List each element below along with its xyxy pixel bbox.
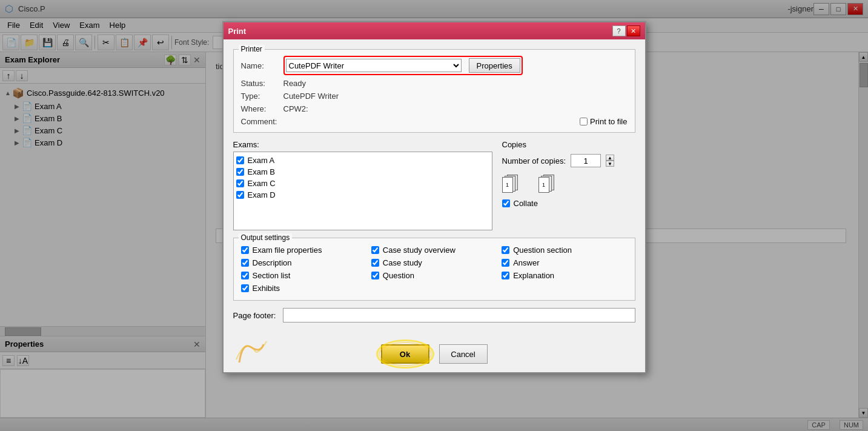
- collate-label[interactable]: Collate: [502, 199, 635, 208]
- print-dialog: Print ? ✕ Printer Name: CutePDF: [222, 21, 646, 373]
- case-study-overview-text: Case study overview: [383, 246, 456, 255]
- output-settings-label: Output settings: [239, 233, 293, 242]
- dialog-help-button[interactable]: ?: [612, 25, 626, 36]
- exam-d-text: Exam D: [248, 190, 276, 199]
- dialog-titlebar: Print ? ✕: [224, 22, 645, 39]
- exams-copies-row: Exams: Exam A Exam B: [233, 140, 635, 230]
- copies-count-row: Number of copies: ▲ ▼: [502, 154, 635, 167]
- case-study-checkbox[interactable]: [371, 259, 379, 267]
- dialog-close-button[interactable]: ✕: [627, 25, 640, 36]
- answer-checkbox[interactable]: [502, 259, 509, 267]
- print-to-file-text: Print to file: [590, 117, 627, 126]
- description-checkbox[interactable]: [241, 259, 249, 267]
- page-footer-label: Page footer:: [233, 311, 276, 320]
- description-text: Description: [253, 258, 292, 267]
- exam-c-text: Exam C: [248, 179, 276, 188]
- type-value: CutePDF Writer: [283, 92, 339, 101]
- dialog-title: Print: [228, 27, 247, 36]
- output-question-section[interactable]: Question section: [502, 246, 627, 255]
- output-exhibits[interactable]: Exhibits: [241, 284, 366, 293]
- exam-item-d[interactable]: Exam D: [236, 189, 489, 201]
- exam-b-checkbox[interactable]: [236, 168, 244, 176]
- where-value: CPW2:: [283, 104, 308, 113]
- exam-item-b[interactable]: Exam B: [236, 166, 489, 178]
- exam-c-checkbox[interactable]: [236, 179, 244, 187]
- printer-group-label: Printer: [239, 45, 265, 53]
- spin-down-button[interactable]: ▼: [606, 161, 614, 167]
- output-description[interactable]: Description: [241, 258, 366, 267]
- page-1-front: 1: [502, 177, 513, 193]
- exhibits-text: Exhibits: [253, 284, 280, 293]
- explanation-checkbox[interactable]: [502, 272, 509, 279]
- type-label: Type:: [241, 92, 283, 101]
- printer-name-select[interactable]: CutePDF Writer: [286, 59, 462, 72]
- printer-where-row: Where: CPW2:: [241, 104, 628, 113]
- exhibits-checkbox[interactable]: [241, 284, 249, 292]
- question-checkbox[interactable]: [371, 272, 379, 279]
- copies-spinner: ▲ ▼: [606, 155, 614, 167]
- properties-button[interactable]: Properties: [469, 58, 520, 73]
- spin-up-button[interactable]: ▲: [606, 155, 614, 161]
- output-section-list[interactable]: Section list: [241, 271, 366, 280]
- dialog-footer: Ok Cancel: [224, 339, 645, 372]
- dialog-body: Printer Name: CutePDF Writer Properties: [224, 39, 645, 339]
- exams-label: Exams:: [233, 140, 492, 149]
- copies-input[interactable]: [571, 154, 601, 167]
- section-list-checkbox[interactable]: [241, 272, 249, 279]
- collated-icon: 3 2 1: [502, 175, 529, 194]
- exams-group: Exams: Exam A Exam B: [233, 140, 492, 230]
- output-case-study-overview[interactable]: Case study overview: [371, 246, 497, 255]
- exam-file-props-checkbox[interactable]: [241, 246, 249, 254]
- output-explanation[interactable]: Explanation: [502, 271, 627, 280]
- question-text: Question: [383, 271, 414, 280]
- copies-group: Copies Number of copies: ▲ ▼: [502, 140, 635, 230]
- printer-name-label: Name:: [241, 61, 283, 70]
- output-question[interactable]: Question: [371, 271, 497, 280]
- app-window: ⬡ Cisco.P -jsigner ─ □ ✕ File Edit View …: [0, 0, 868, 431]
- comment-label: Comment:: [241, 117, 283, 126]
- copies-label: Copies: [502, 140, 635, 149]
- exam-item-a[interactable]: Exam A: [236, 155, 489, 166]
- case-study-overview-checkbox[interactable]: [371, 246, 379, 254]
- page-footer-row: Page footer:: [233, 308, 635, 322]
- page-footer-input[interactable]: [283, 308, 635, 322]
- exam-d-checkbox[interactable]: [236, 191, 244, 199]
- exam-item-c[interactable]: Exam C: [236, 178, 489, 189]
- question-section-checkbox[interactable]: [502, 246, 509, 254]
- status-label: Status:: [241, 79, 283, 88]
- printer-status-row: Status: Ready: [241, 79, 628, 88]
- where-label: Where:: [241, 104, 283, 113]
- page-1-front2: 1: [538, 177, 549, 193]
- question-section-text: Question section: [513, 246, 572, 255]
- loading-arc-svg: [233, 335, 270, 366]
- printer-type-row: Type: CutePDF Writer: [241, 92, 628, 101]
- explanation-text: Explanation: [513, 271, 554, 280]
- printer-name-row: Name: CutePDF Writer Properties: [241, 56, 628, 75]
- output-case-study[interactable]: Case study: [371, 258, 497, 267]
- exam-file-props-text: Exam file properties: [253, 246, 322, 255]
- exam-b-text: Exam B: [248, 167, 276, 176]
- print-to-file-checkbox[interactable]: [580, 118, 588, 125]
- num-copies-label: Number of copies:: [502, 156, 566, 165]
- uncollated-icon: 3 2 1: [538, 175, 565, 194]
- printer-comment-row: Comment: Print to file: [241, 117, 628, 126]
- output-exam-file-props[interactable]: Exam file properties: [241, 246, 366, 255]
- print-to-file-label[interactable]: Print to file: [580, 117, 627, 126]
- exams-list: Exam A Exam B Exam C: [233, 152, 492, 230]
- cancel-button[interactable]: Cancel: [439, 344, 488, 364]
- case-study-text: Case study: [383, 258, 422, 267]
- collate-checkbox[interactable]: [502, 199, 510, 207]
- status-value: Ready: [283, 79, 306, 88]
- output-settings-group: Output settings Exam file properties Cas…: [233, 238, 635, 301]
- ok-button-container: Ok: [381, 344, 429, 364]
- ok-button[interactable]: Ok: [381, 344, 429, 364]
- printer-name-highlight: CutePDF Writer Properties: [283, 56, 523, 75]
- output-answer[interactable]: Answer: [502, 258, 627, 267]
- modal-overlay: Print ? ✕ Printer Name: CutePDF: [0, 0, 868, 431]
- output-grid: Exam file properties Case study overview…: [241, 246, 628, 293]
- loading-arc: [233, 335, 270, 367]
- section-list-text: Section list: [253, 271, 291, 280]
- dialog-controls: ? ✕: [612, 25, 640, 36]
- answer-text: Answer: [513, 258, 539, 267]
- exam-a-checkbox[interactable]: [236, 156, 244, 164]
